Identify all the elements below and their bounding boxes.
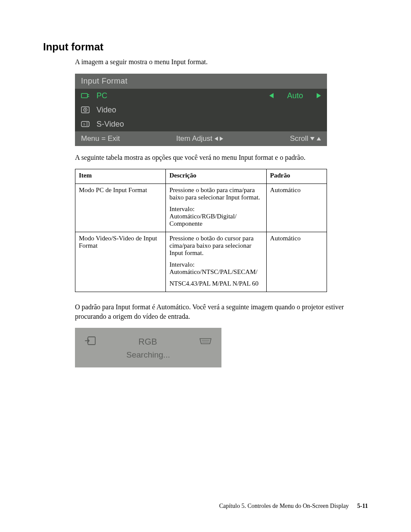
table-cell-default: Automático <box>266 184 327 232</box>
table-row: Modo Video/S-Video de Input Format Press… <box>75 232 327 292</box>
triangle-left-icon <box>215 137 218 141</box>
svg-point-5 <box>85 109 86 111</box>
table-cell-desc: Pressione o botão para cima/para baixo p… <box>166 184 267 232</box>
table-header-default: Padrão <box>266 169 327 184</box>
triangle-up-icon <box>317 137 321 140</box>
triangle-down-icon <box>310 137 314 140</box>
table-cell-default: Automático <box>266 232 327 292</box>
osd-title: Input Format <box>75 74 327 89</box>
svg-text:S: S <box>83 123 85 126</box>
input-source-icon <box>84 336 97 348</box>
intro-paragraph: A imagem a seguir mostra o menu Input fo… <box>75 57 368 67</box>
osd-row-value: Auto <box>278 91 312 100</box>
osd-row-label: Video <box>97 106 116 115</box>
osd-search-status: Searching... <box>126 350 170 360</box>
keyboard-icon <box>199 337 212 347</box>
osd-search-figure: RGB Searching... <box>75 328 221 367</box>
osd-row-label: S-Video <box>97 120 124 129</box>
arrow-left-icon <box>269 93 274 98</box>
osd-footer-right: Scroll <box>240 134 321 143</box>
osd-footer-mid: Item Adjust <box>160 134 240 143</box>
pc-icon <box>81 93 92 99</box>
arrow-right-icon <box>317 93 321 98</box>
table-row: Modo PC de Input Format Pressione o botã… <box>75 184 327 232</box>
section-heading: Input format <box>43 41 368 53</box>
osd-row-pc: PC Auto <box>75 89 327 103</box>
osd-footer-left: Menu = Exit <box>81 134 160 143</box>
table-cell-item: Modo PC de Input Format <box>75 184 166 232</box>
video-icon <box>81 106 92 113</box>
osd-search-mode: RGB <box>138 337 157 347</box>
footer-page-number: 5-11 <box>357 503 368 509</box>
table-header-item: Item <box>75 169 166 184</box>
table-cell-item: Modo Video/S-Video de Input Format <box>75 232 166 292</box>
after-table-paragraph: O padrão para Input format é Automático.… <box>75 302 368 321</box>
svg-rect-0 <box>81 93 87 98</box>
table-intro-paragraph: A seguinte tabela mostra as opções que v… <box>75 153 368 162</box>
osd-row-label: PC <box>97 91 107 100</box>
osd-row-video: Video <box>75 103 327 117</box>
triangle-right-icon <box>220 137 223 141</box>
page-footer: Capítulo 5. Controles de Menu do On-Scre… <box>219 503 368 510</box>
footer-chapter: Capítulo 5. Controles de Menu do On-Scre… <box>219 503 349 509</box>
table-header-desc: Descrição <box>166 169 267 184</box>
osd-row-svideo: S S-Video <box>75 117 327 131</box>
options-table: Item Descrição Padrão Modo PC de Input F… <box>75 169 327 292</box>
svg-rect-6 <box>81 121 89 127</box>
osd-footer: Menu = Exit Item Adjust Scroll <box>75 131 327 146</box>
svideo-icon: S <box>81 121 92 128</box>
table-cell-desc: Pressione o botão do cursor para cima/pa… <box>166 232 267 292</box>
osd-menu-figure: Input Format PC Auto Video S S-Video <box>75 74 327 146</box>
